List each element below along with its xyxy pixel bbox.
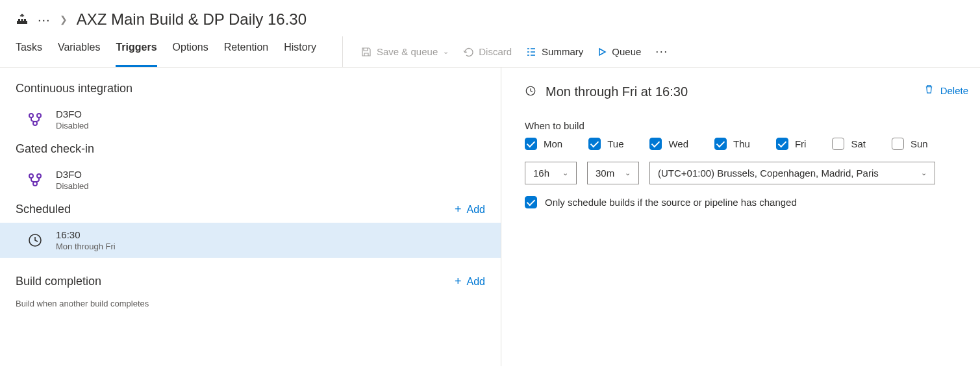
- chevron-down-icon: ⌄: [921, 169, 927, 177]
- toolbar-more-button[interactable]: ···: [655, 45, 668, 58]
- when-to-build-label: When to build: [525, 120, 968, 131]
- tab-toolbar-row: Tasks Variables Triggers Options Retenti…: [0, 36, 980, 68]
- toolbar: Save & queue ⌄ Discard Summary Queue ···: [342, 36, 668, 67]
- checkbox-icon: [649, 138, 662, 150]
- breadcrumb-bar: ··· ❯ AXZ Main Build & DP Daily 16.30: [0, 0, 980, 36]
- page-title: AXZ Main Build & DP Daily 16.30: [77, 10, 307, 29]
- schedule-detail-header: Mon through Fri at 16:30: [525, 84, 968, 99]
- gated-item-status: Disabled: [56, 181, 89, 191]
- checkbox-icon: [525, 196, 537, 208]
- main-split: Continuous integration D3FO Disabled Gat…: [0, 68, 980, 366]
- chevron-down-icon: ⌄: [625, 169, 631, 177]
- clock-icon: [525, 85, 536, 99]
- only-if-changed-label: Only schedule builds if the source or pi…: [545, 197, 797, 208]
- queue-label: Queue: [612, 46, 641, 57]
- checkbox-icon: [525, 138, 537, 150]
- clock-icon: [26, 232, 44, 248]
- checkbox-icon: [892, 138, 904, 150]
- summary-button[interactable]: Summary: [526, 46, 583, 57]
- ci-trigger-item[interactable]: D3FO Disabled: [0, 102, 501, 137]
- svg-point-8: [37, 174, 41, 178]
- day-thu[interactable]: Thu: [714, 138, 750, 150]
- minute-value: 30m: [596, 168, 614, 179]
- schedule-detail-title: Mon through Fri at 16:30: [546, 84, 688, 99]
- tab-triggers[interactable]: Triggers: [116, 36, 157, 67]
- days-row: Mon Tue Wed Thu Fri Sat Sun: [525, 138, 968, 150]
- svg-rect-1: [18, 19, 20, 21]
- tab-variables[interactable]: Variables: [58, 36, 101, 67]
- day-sat[interactable]: Sat: [832, 138, 866, 150]
- discard-button[interactable]: Discard: [463, 46, 512, 57]
- trash-icon: [924, 84, 934, 96]
- minute-select[interactable]: 30m ⌄: [587, 162, 639, 184]
- tab-history[interactable]: History: [284, 36, 316, 67]
- ci-item-status: Disabled: [56, 121, 89, 131]
- day-label: Sun: [911, 138, 928, 149]
- discard-label: Discard: [479, 46, 512, 57]
- queue-button[interactable]: Queue: [597, 46, 641, 57]
- day-tue[interactable]: Tue: [588, 138, 623, 150]
- scheduled-add-button[interactable]: Add: [455, 203, 485, 216]
- ci-heading-text: Continuous integration: [16, 82, 132, 95]
- checkbox-icon: [588, 138, 601, 150]
- timezone-value: (UTC+01:00) Brussels, Copenhagen, Madrid…: [658, 168, 879, 179]
- day-label: Wed: [668, 138, 688, 149]
- tabs: Tasks Variables Triggers Options Retenti…: [16, 36, 316, 67]
- scheduled-item-time: 16:30: [56, 229, 116, 240]
- day-wed[interactable]: Wed: [649, 138, 688, 150]
- delete-schedule-button[interactable]: Delete: [924, 84, 968, 96]
- timezone-select[interactable]: (UTC+01:00) Brussels, Copenhagen, Madrid…: [649, 162, 935, 184]
- save-and-queue-button[interactable]: Save & queue ⌄: [361, 46, 449, 57]
- gated-item-name: D3FO: [56, 169, 89, 180]
- completion-help-text: Build when another build completes: [0, 295, 501, 319]
- branch-icon: [26, 172, 44, 188]
- scheduled-trigger-item[interactable]: 16:30 Mon through Fri: [0, 223, 501, 258]
- day-sun[interactable]: Sun: [892, 138, 928, 150]
- schedule-detail-panel: Mon through Fri at 16:30 Delete When to …: [501, 68, 980, 366]
- delete-label: Delete: [940, 85, 968, 96]
- svg-rect-0: [17, 21, 27, 24]
- completion-heading: Build completion Add: [0, 269, 501, 295]
- scheduled-item-days: Mon through Fri: [56, 242, 116, 251]
- day-label: Mon: [544, 138, 562, 149]
- only-if-changed-checkbox[interactable]: Only schedule builds if the source or pi…: [525, 196, 968, 208]
- trigger-list-panel: Continuous integration D3FO Disabled Gat…: [0, 68, 501, 366]
- svg-rect-2: [21, 19, 23, 21]
- tab-options[interactable]: Options: [173, 36, 208, 67]
- tab-tasks[interactable]: Tasks: [16, 36, 42, 67]
- summary-label: Summary: [542, 46, 583, 57]
- time-row: 16h ⌄ 30m ⌄ (UTC+01:00) Brussels, Copenh…: [525, 162, 968, 184]
- svg-point-7: [29, 174, 33, 178]
- checkbox-icon: [832, 138, 844, 150]
- gated-heading: Gated check-in: [0, 137, 501, 162]
- svg-rect-3: [24, 19, 26, 21]
- ci-item-name: D3FO: [56, 108, 89, 119]
- day-label: Thu: [733, 138, 750, 149]
- day-fri[interactable]: Fri: [776, 138, 807, 150]
- checkbox-icon: [714, 138, 727, 150]
- svg-point-5: [37, 114, 41, 118]
- chevron-down-icon: ⌄: [443, 47, 449, 56]
- completion-heading-text: Build completion: [16, 275, 101, 288]
- scheduled-heading-text: Scheduled: [16, 203, 71, 216]
- breadcrumb-more[interactable]: ···: [38, 13, 51, 26]
- day-label: Tue: [607, 138, 623, 149]
- branch-icon: [26, 112, 44, 127]
- ci-heading: Continuous integration: [0, 77, 501, 102]
- hour-value: 16h: [533, 168, 549, 179]
- gated-trigger-item[interactable]: D3FO Disabled: [0, 162, 501, 197]
- chevron-right-icon: ❯: [60, 14, 68, 25]
- svg-point-4: [29, 114, 33, 118]
- gated-heading-text: Gated check-in: [16, 142, 94, 156]
- day-label: Sat: [851, 138, 866, 149]
- tab-retention[interactable]: Retention: [224, 36, 269, 67]
- chevron-down-icon: ⌄: [562, 169, 568, 177]
- day-label: Fri: [795, 138, 807, 149]
- scheduled-heading: Scheduled Add: [0, 197, 501, 223]
- completion-add-button[interactable]: Add: [455, 275, 485, 288]
- checkbox-icon: [776, 138, 788, 150]
- day-mon[interactable]: Mon: [525, 138, 562, 150]
- pipeline-icon: [16, 13, 29, 26]
- save-and-queue-label: Save & queue: [377, 46, 438, 57]
- hour-select[interactable]: 16h ⌄: [525, 162, 577, 184]
